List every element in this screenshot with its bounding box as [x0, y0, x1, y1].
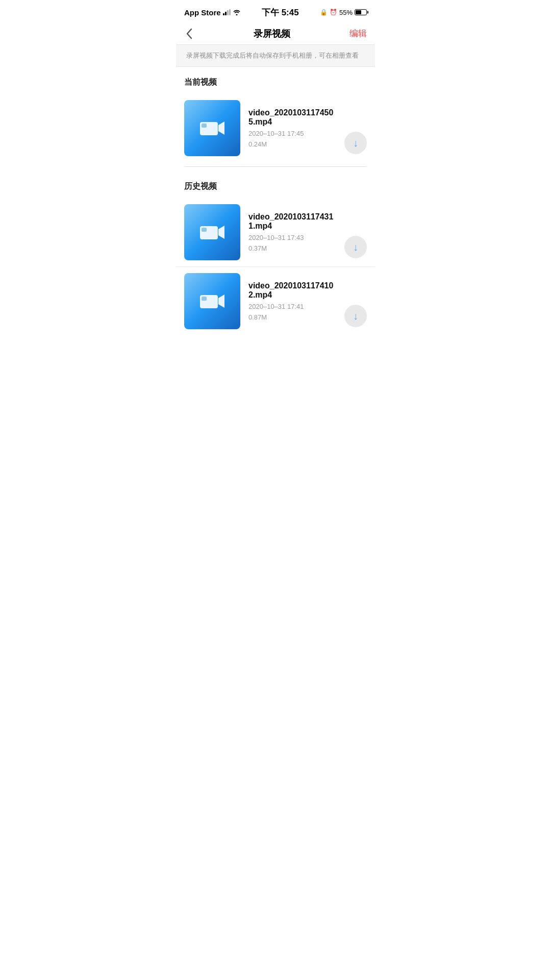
- info-text: 录屏视频下载完成后将自动保存到手机相册，可在相册查看: [186, 52, 359, 59]
- video-date: 2020–10–31 17:43: [248, 234, 336, 241]
- back-button[interactable]: [184, 26, 194, 41]
- video-thumbnail[interactable]: [184, 204, 240, 260]
- camera-icon: [199, 291, 225, 311]
- svg-rect-6: [200, 295, 218, 308]
- battery-percent: 55%: [339, 9, 353, 16]
- svg-rect-0: [200, 122, 218, 135]
- status-time: 下午 5:45: [262, 7, 299, 18]
- video-name: video_20201031174505.mp4: [248, 108, 336, 127]
- video-size: 0.37M: [248, 244, 336, 252]
- svg-rect-8: [202, 297, 207, 301]
- carrier-label: App Store: [184, 8, 221, 17]
- video-item: video_20201031174311.mp4 2020–10–31 17:4…: [176, 198, 375, 266]
- video-date: 2020–10–31 17:41: [248, 303, 336, 310]
- wifi-icon: [233, 9, 241, 15]
- status-left: App Store: [184, 8, 241, 17]
- status-right: 🔒 ⏰ 55%: [320, 9, 367, 16]
- history-section-title: 历史视频: [176, 171, 375, 198]
- info-banner: 录屏视频下载完成后将自动保存到手机相册，可在相册查看: [176, 45, 375, 67]
- video-size: 0.87M: [248, 313, 336, 321]
- video-name: video_20201031174102.mp4: [248, 281, 336, 300]
- camera-icon: [199, 118, 225, 138]
- video-info: video_20201031174311.mp4 2020–10–31 17:4…: [248, 212, 336, 252]
- video-date: 2020–10–31 17:45: [248, 130, 336, 137]
- video-info: video_20201031174505.mp4 2020–10–31 17:4…: [248, 108, 336, 148]
- svg-marker-7: [218, 295, 224, 308]
- current-section: 当前视频 video_20201031174505.mp4 2020–10–31…: [176, 67, 375, 162]
- download-button[interactable]: ↓: [344, 132, 367, 154]
- video-size: 0.24M: [248, 140, 336, 148]
- download-icon: ↓: [353, 137, 358, 149]
- edit-button[interactable]: 编辑: [349, 28, 367, 39]
- svg-marker-4: [218, 226, 224, 239]
- nav-bar: 录屏视频 编辑: [176, 22, 375, 45]
- camera-icon: [199, 223, 225, 242]
- svg-rect-2: [202, 124, 207, 128]
- download-icon: ↓: [353, 310, 358, 322]
- video-item: video_20201031174102.mp4 2020–10–31 17:4…: [176, 266, 375, 335]
- lock-icon: 🔒: [320, 9, 328, 16]
- download-button[interactable]: ↓: [344, 236, 367, 258]
- current-section-title: 当前视频: [176, 67, 375, 94]
- download-icon: ↓: [353, 241, 358, 253]
- battery-icon: [355, 9, 367, 15]
- download-button[interactable]: ↓: [344, 305, 367, 327]
- section-divider: [184, 166, 367, 167]
- svg-marker-1: [218, 121, 224, 135]
- svg-rect-5: [202, 228, 207, 232]
- video-name: video_20201031174311.mp4: [248, 212, 336, 231]
- svg-rect-3: [200, 226, 218, 239]
- alarm-icon: ⏰: [330, 9, 337, 16]
- video-thumbnail[interactable]: [184, 100, 240, 156]
- status-bar: App Store 下午 5:45 🔒 ⏰ 55%: [176, 0, 375, 22]
- video-item: video_20201031174505.mp4 2020–10–31 17:4…: [176, 94, 375, 162]
- video-thumbnail[interactable]: [184, 273, 240, 329]
- signal-icon: [223, 9, 231, 15]
- history-section: 历史视频 video_20201031174311.mp4 2020–10–31…: [176, 171, 375, 335]
- video-info: video_20201031174102.mp4 2020–10–31 17:4…: [248, 281, 336, 321]
- page-title: 录屏视频: [254, 28, 290, 40]
